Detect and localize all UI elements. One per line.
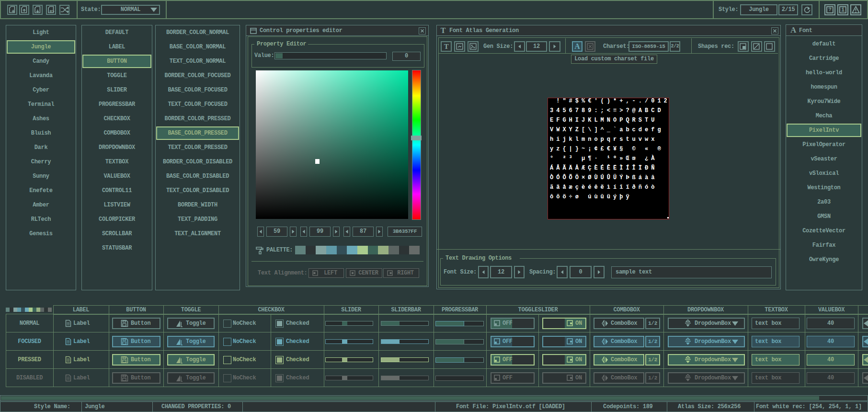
svg-text:e: e [50, 9, 52, 14]
